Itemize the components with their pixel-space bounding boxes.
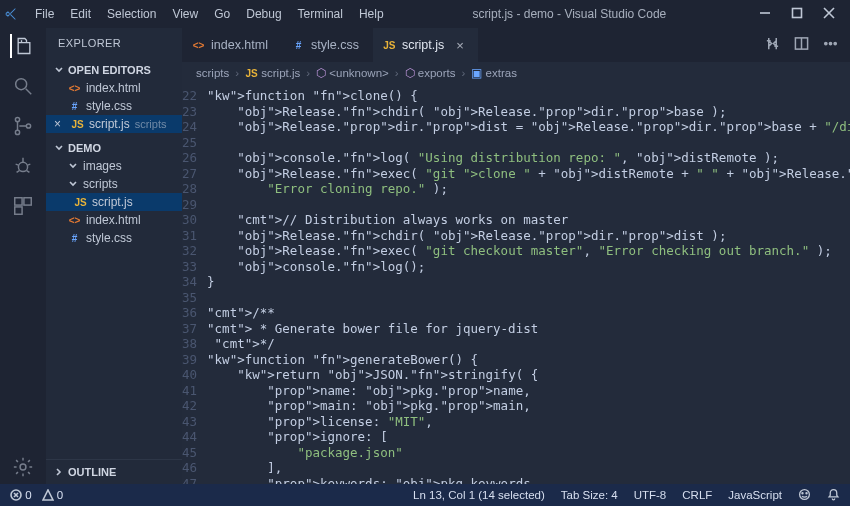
editor-group: <>index.html#style.cssJSscript.js× scrip…	[182, 28, 850, 484]
svg-rect-1	[793, 8, 802, 17]
open-editor-item[interactable]: ×JSscript.js scripts	[46, 115, 182, 133]
open-editor-item[interactable]: #style.css	[46, 97, 182, 115]
svg-rect-17	[15, 207, 22, 214]
open-editor-item[interactable]: <>index.html	[46, 79, 182, 97]
breadcrumb[interactable]: scripts›JS script.js›⬡ <unknown>›⬡ expor…	[182, 62, 850, 84]
js-file-icon: JS	[383, 39, 396, 52]
open-editors-header[interactable]: OPEN EDITORS	[46, 61, 182, 79]
css-file-icon: #	[292, 39, 305, 52]
svg-rect-16	[24, 198, 31, 205]
editor-tab[interactable]: <>index.html	[182, 28, 282, 62]
svg-line-12	[28, 164, 31, 165]
code-content[interactable]: "kw">function "fn">clone() { "obj">Relea…	[207, 84, 850, 484]
activity-search-icon[interactable]	[11, 74, 35, 98]
close-icon[interactable]: ×	[456, 38, 464, 53]
breadcrumb-part[interactable]: ▣ extras	[471, 66, 517, 80]
chevron-down-icon	[68, 179, 78, 189]
status-feedback-icon[interactable]	[798, 488, 811, 503]
svg-point-6	[15, 117, 19, 121]
menu-help[interactable]: Help	[352, 3, 391, 25]
code-editor[interactable]: 22 23 24 25 26 27 28 29 30 31 32 33 34 3…	[182, 84, 850, 484]
status-eol[interactable]: CRLF	[682, 489, 712, 501]
folder-item[interactable]: images	[46, 157, 182, 175]
svg-point-28	[802, 492, 803, 493]
activity-settings-icon[interactable]	[11, 460, 35, 484]
menu-debug[interactable]: Debug	[239, 3, 288, 25]
close-icon[interactable]: ×	[54, 117, 66, 131]
menu-selection[interactable]: Selection	[100, 3, 163, 25]
svg-point-7	[15, 130, 19, 134]
breadcrumb-part[interactable]: scripts	[196, 67, 229, 79]
status-tab-size[interactable]: Tab Size: 4	[561, 489, 618, 501]
status-encoding[interactable]: UTF-8	[634, 489, 667, 501]
status-language[interactable]: JavaScript	[728, 489, 782, 501]
css-file-icon: #	[68, 100, 81, 113]
window-close-icon[interactable]	[822, 7, 836, 22]
file-label: index.html	[86, 213, 141, 227]
tab-label: index.html	[211, 38, 268, 52]
file-item[interactable]: #style.css	[46, 229, 182, 247]
window-maximize-icon[interactable]	[790, 7, 804, 22]
activity-extensions-icon[interactable]	[11, 194, 35, 218]
html-file-icon: <>	[68, 82, 81, 95]
editor-tab[interactable]: JSscript.js×	[373, 28, 478, 62]
workspace-header[interactable]: DEMO	[46, 139, 182, 157]
tab-label: style.css	[311, 38, 359, 52]
svg-line-11	[16, 164, 19, 165]
editor-tab[interactable]: #style.css	[282, 28, 373, 62]
svg-point-22	[829, 42, 831, 44]
svg-point-29	[806, 492, 807, 493]
activity-debug-icon[interactable]	[11, 154, 35, 178]
chevron-down-icon	[68, 161, 78, 171]
menu-file[interactable]: File	[28, 3, 61, 25]
svg-point-4	[16, 79, 27, 90]
file-label: script.js	[92, 195, 133, 209]
svg-point-9	[18, 162, 27, 171]
tab-label: script.js	[402, 38, 444, 52]
more-actions-icon[interactable]	[823, 36, 838, 54]
folder-item[interactable]: scripts	[46, 175, 182, 193]
svg-point-21	[825, 42, 827, 44]
symbol-module-icon: ⬡	[316, 67, 326, 79]
svg-line-13	[17, 171, 20, 173]
outline-header[interactable]: OUTLINE	[46, 463, 182, 481]
sidebar-title: EXPLORER	[46, 28, 182, 58]
file-item[interactable]: <>index.html	[46, 211, 182, 229]
file-label: index.html	[86, 81, 141, 95]
file-label: script.js	[89, 117, 130, 131]
menu-edit[interactable]: Edit	[63, 3, 98, 25]
split-editor-icon[interactable]	[794, 36, 809, 54]
activity-explorer-icon[interactable]	[10, 34, 34, 58]
status-notifications-icon[interactable]	[827, 488, 840, 503]
breadcrumb-part[interactable]: ⬡ exports	[405, 66, 456, 80]
svg-rect-15	[15, 198, 22, 205]
html-file-icon: <>	[192, 39, 205, 52]
breadcrumb-part[interactable]: JS script.js	[245, 67, 300, 80]
compare-changes-icon[interactable]	[765, 36, 780, 54]
symbol-field-icon: ▣	[471, 67, 482, 79]
svg-line-5	[26, 89, 32, 95]
vscode-logo-icon	[4, 6, 20, 22]
status-cursor-position[interactable]: Ln 13, Col 1 (14 selected)	[413, 489, 545, 501]
js-file-icon: JS	[74, 196, 87, 209]
window-title: script.js - demo - Visual Studio Code	[391, 7, 748, 21]
menu-bar: File Edit Selection View Go Debug Termin…	[28, 3, 391, 25]
status-errors[interactable]: 0	[10, 489, 32, 501]
file-label: style.css	[86, 231, 132, 245]
line-gutter: 22 23 24 25 26 27 28 29 30 31 32 33 34 3…	[182, 84, 207, 484]
menu-terminal[interactable]: Terminal	[291, 3, 350, 25]
file-label: style.css	[86, 99, 132, 113]
file-item[interactable]: JSscript.js	[46, 193, 182, 211]
breadcrumb-part[interactable]: ⬡ <unknown>	[316, 66, 389, 80]
html-file-icon: <>	[68, 214, 81, 227]
svg-line-14	[27, 171, 30, 173]
status-bar: 0 0 Ln 13, Col 1 (14 selected) Tab Size:…	[0, 484, 850, 506]
status-warnings[interactable]: 0	[42, 489, 64, 501]
menu-view[interactable]: View	[165, 3, 205, 25]
window-minimize-icon[interactable]	[758, 7, 772, 22]
folder-label: scripts	[83, 177, 118, 191]
activity-source-control-icon[interactable]	[11, 114, 35, 138]
titlebar: File Edit Selection View Go Debug Termin…	[0, 0, 850, 28]
menu-go[interactable]: Go	[207, 3, 237, 25]
svg-point-27	[800, 489, 810, 499]
